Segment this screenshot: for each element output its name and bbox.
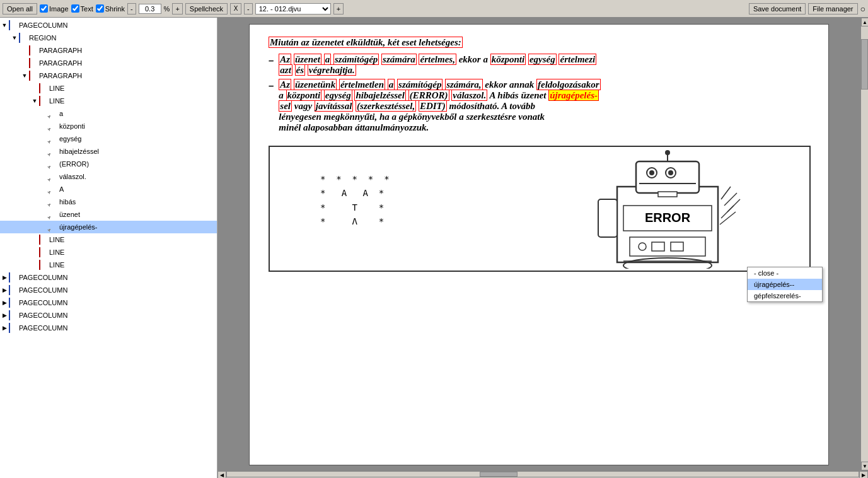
- tree-label-pc1: PAGECOLUMN: [19, 21, 67, 29]
- context-menu: - close - újragépelés-- gépfelszerelés-: [747, 267, 823, 302]
- tree-item-pc6[interactable]: ▶PAGECOLUMN: [0, 322, 217, 334]
- page-select[interactable]: 12. - 012.djvu: [255, 3, 331, 15]
- tree-item-w6[interactable]: válaszol.: [0, 170, 217, 183]
- vscroll-down-arrow[interactable]: ▼: [861, 462, 868, 470]
- shrink-value-input[interactable]: [139, 4, 161, 14]
- page-icon: [49, 216, 50, 218]
- tree-item-w2[interactable]: központi: [0, 120, 217, 132]
- red-square-icon: [29, 58, 30, 68]
- tree-toggle-line2[interactable]: ▼: [30, 96, 39, 105]
- tree-toggle-pc4[interactable]: ▶: [0, 298, 9, 307]
- shrink-label[interactable]: Shrink: [105, 5, 125, 13]
- tree-item-pc1[interactable]: ▼PAGECOLUMN: [0, 19, 217, 32]
- tree-toggle-para3[interactable]: ▼: [20, 71, 29, 80]
- blue-square-icon: [9, 298, 10, 308]
- bullet-2-text: Az üzenetünk értelmetlen a számítógép sz…: [279, 79, 600, 133]
- tree-toggle-pc6[interactable]: ▶: [0, 324, 9, 332]
- tree-item-pc3[interactable]: ▶PAGECOLUMN: [0, 284, 217, 296]
- tree-scroll-area: ▼PAGECOLUMN▼REGIONPARAGRAPHPARAGRAPH▼PAR…: [0, 18, 217, 335]
- tree-toggle-pc5[interactable]: ▶: [0, 311, 9, 320]
- tree-item-r1[interactable]: ▼REGION: [0, 32, 217, 44]
- tree-item-w9[interactable]: üzenet: [0, 208, 217, 221]
- shrink-minus-button[interactable]: -: [127, 3, 136, 15]
- hscroll-right-arrow[interactable]: ▶: [859, 471, 868, 478]
- image-checkbox[interactable]: [40, 4, 48, 13]
- tree-item-pc5[interactable]: ▶PAGECOLUMN: [0, 309, 217, 322]
- tree-toggle-line1[interactable]: [30, 84, 39, 93]
- percent-label: %: [164, 5, 170, 13]
- tree-label-pc2: PAGECOLUMN: [19, 274, 67, 281]
- ctx-menu-close[interactable]: - close -: [748, 267, 822, 279]
- red-square-icon: [39, 235, 40, 245]
- ctx-menu-reprint[interactable]: újragépelés--: [748, 279, 822, 290]
- tree-item-para3[interactable]: ▼PARAGRAPH: [0, 69, 217, 82]
- save-document-button[interactable]: Save document: [749, 3, 806, 15]
- tree-panel[interactable]: ▼PAGECOLUMN▼REGIONPARAGRAPHPARAGRAPH▼PAR…: [0, 18, 217, 478]
- toolbar: Open all Image Text Shrink - % + Spellch…: [0, 0, 868, 18]
- tree-label-w9: üzenet: [59, 211, 80, 218]
- page-plus-button[interactable]: +: [333, 3, 344, 15]
- spellcheck-button[interactable]: Spellcheck: [185, 3, 228, 15]
- tree-toggle-pc2[interactable]: ▶: [0, 273, 9, 282]
- svg-text:ERROR: ERROR: [645, 211, 691, 224]
- text-label[interactable]: Text: [81, 5, 93, 13]
- tree-item-w3[interactable]: egység: [0, 132, 217, 145]
- tree-item-w5[interactable]: (ERROR): [0, 158, 217, 170]
- file-manager-button[interactable]: File manager: [808, 3, 857, 15]
- tree-item-para2[interactable]: PARAGRAPH: [0, 57, 217, 69]
- svg-rect-9: [658, 192, 677, 197]
- tree-item-line5[interactable]: LINE: [0, 259, 217, 271]
- tree-toggle-pc1[interactable]: ▼: [0, 21, 9, 30]
- open-all-button[interactable]: Open all: [3, 3, 37, 15]
- tree-label-line2: LINE: [49, 97, 64, 105]
- tree-toggle-line5[interactable]: [30, 260, 39, 269]
- shrink-checkbox-group: Shrink: [96, 4, 125, 13]
- vscroll-up-arrow[interactable]: ▲: [861, 18, 868, 26]
- tree-label-w7: A: [59, 185, 64, 193]
- tree-label-w5: (ERROR): [59, 160, 89, 168]
- tree-toggle-r1[interactable]: ▼: [10, 33, 19, 42]
- tree-toggle-line4[interactable]: [30, 248, 39, 257]
- hscroll-track[interactable]: [226, 471, 859, 477]
- page-icon: [49, 166, 50, 167]
- tree-label-para2: PARAGRAPH: [39, 59, 82, 67]
- indicator: ○: [860, 4, 865, 14]
- hscroll-thumb[interactable]: [480, 472, 518, 477]
- tree-label-w8: hibás: [59, 198, 76, 206]
- content-panel[interactable]: Miután az üzenetet elküldtük, két eset l…: [217, 18, 860, 470]
- tree-item-w4[interactable]: hibajelzéssel: [0, 145, 217, 158]
- toolbar-right: Save document File manager ○: [749, 3, 865, 15]
- tree-item-w8[interactable]: hibás: [0, 195, 217, 208]
- x-button[interactable]: X: [230, 3, 241, 15]
- page-icon: [49, 178, 50, 180]
- image-label[interactable]: Image: [49, 5, 69, 13]
- tree-item-w10[interactable]: újragépelés-: [0, 221, 217, 233]
- tree-item-w1[interactable]: a: [0, 107, 217, 120]
- shrink-checkbox[interactable]: [96, 4, 104, 13]
- text-checkbox[interactable]: [71, 4, 79, 13]
- tree-item-line1[interactable]: LINE: [0, 82, 217, 95]
- blue-square-icon: [19, 33, 20, 43]
- tree-label-w6: válaszol.: [59, 173, 86, 180]
- shrink-plus-button[interactable]: +: [172, 3, 182, 15]
- text-checkbox-group: Text: [71, 4, 93, 13]
- page-icon: [49, 229, 50, 230]
- tree-item-w7[interactable]: A: [0, 183, 217, 195]
- tree-item-line2[interactable]: ▼LINE: [0, 95, 217, 107]
- tree-toggle-pc3[interactable]: ▶: [0, 286, 9, 294]
- ctx-menu-machine[interactable]: gépfelszerelés-: [748, 290, 822, 301]
- tree-item-pc4[interactable]: ▶PAGECOLUMN: [0, 296, 217, 309]
- tree-item-line4[interactable]: LINE: [0, 246, 217, 259]
- tree-item-line3[interactable]: LINE: [0, 233, 217, 246]
- tree-toggle-para2[interactable]: [20, 59, 29, 67]
- tree-item-pc2[interactable]: ▶PAGECOLUMN: [0, 271, 217, 284]
- tree-toggle-para1[interactable]: [20, 46, 29, 55]
- blue-square-icon: [9, 285, 10, 295]
- tree-item-para1[interactable]: PARAGRAPH: [0, 44, 217, 57]
- vscroll-track[interactable]: [861, 26, 868, 462]
- tree-toggle-line3[interactable]: [30, 235, 39, 244]
- hscroll-left-arrow[interactable]: ◀: [217, 471, 226, 478]
- vscroll-thumb[interactable]: [861, 39, 868, 90]
- page-icon: [49, 115, 50, 117]
- page-minus-button[interactable]: -: [244, 3, 253, 15]
